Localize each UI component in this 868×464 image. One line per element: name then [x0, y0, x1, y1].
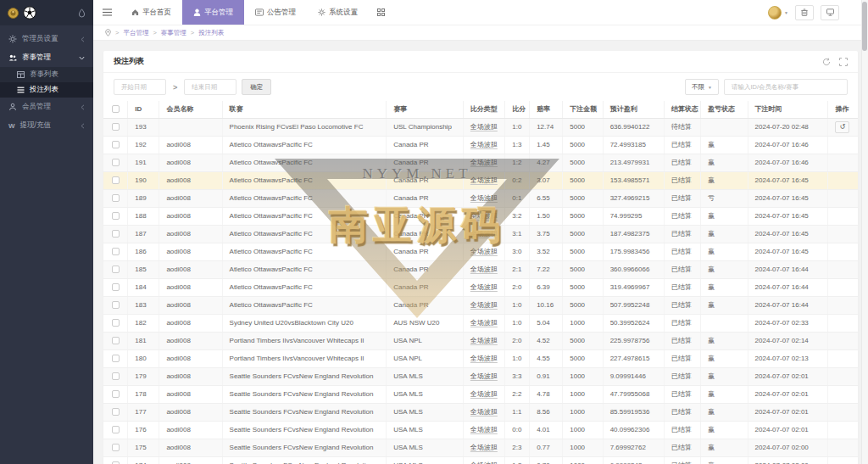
- table-row[interactable]: 185aodi008Atletico OttawavsPacific FCCan…: [103, 260, 858, 278]
- sidebar-item-match-list[interactable]: 赛事列表: [0, 67, 93, 82]
- breadcrumb-item[interactable]: 平台管理: [123, 29, 148, 37]
- select-all-checkbox[interactable]: [112, 105, 120, 113]
- row-checkbox[interactable]: [112, 408, 120, 416]
- cell-id: 188: [128, 207, 159, 225]
- table-row[interactable]: 176aodi008Seattle Sounders FCvsNew Engla…: [103, 421, 858, 439]
- score-type-link: 全场波胆: [470, 123, 498, 131]
- cell-member: aodi008: [159, 207, 222, 225]
- row-checkbox[interactable]: [112, 141, 120, 148]
- chevron-down-icon: ▼: [784, 10, 788, 15]
- row-checkbox[interactable]: [112, 230, 120, 238]
- row-checkbox[interactable]: [112, 390, 120, 398]
- row-checkbox[interactable]: [112, 266, 120, 273]
- row-checkbox[interactable]: [112, 212, 120, 220]
- breadcrumb-separator: >: [115, 29, 119, 36]
- row-checkbox[interactable]: [112, 372, 120, 380]
- cell-score-type: 全场波胆: [463, 421, 504, 439]
- table-row[interactable]: 188aodi008Atletico OttawavsPacific FCCan…: [103, 207, 858, 225]
- row-checkbox[interactable]: [112, 319, 120, 327]
- row-checkbox[interactable]: [112, 426, 120, 433]
- tab-platform-management[interactable]: 平台管理: [182, 0, 244, 25]
- table-row[interactable]: 179aodi008Seattle Sounders FCvsNew Engla…: [103, 367, 858, 385]
- sidebar-item-bet-list[interactable]: 投注列表: [0, 82, 93, 98]
- sidebar-item-label: 管理员设置: [22, 34, 58, 44]
- sidebar-item-label: 投注列表: [30, 85, 58, 95]
- droplet-icon[interactable]: [78, 8, 86, 18]
- start-date-input[interactable]: [114, 79, 166, 95]
- resettle-button[interactable]: ↺: [835, 121, 849, 133]
- cell-league: Atletico OttawavsPacific FC: [222, 136, 387, 154]
- refresh-icon[interactable]: [822, 54, 831, 70]
- table-row[interactable]: 174aodi008Seattle Sounders FCvsNew Engla…: [103, 456, 858, 464]
- row-checkbox[interactable]: [112, 301, 120, 309]
- table-row[interactable]: 190aodi008Atletico OttawavsPacific FCCan…: [103, 171, 858, 189]
- scrollbar-track[interactable]: [861, 0, 868, 464]
- fullscreen-icon[interactable]: [839, 54, 848, 70]
- cell-league: Atletico OttawavsPacific FC: [222, 225, 387, 243]
- row-checkbox[interactable]: [112, 194, 120, 202]
- scrollbar-thumb[interactable]: [862, 2, 867, 51]
- sidebar-item-admin-settings[interactable]: 管理员设置: [0, 30, 93, 48]
- sidebar-item-withdraw-recharge[interactable]: W 提现/充值: [0, 116, 93, 135]
- cell-league: Atletico OttawavsPacific FC: [222, 171, 387, 189]
- breadcrumb-item[interactable]: 投注列表: [198, 29, 224, 37]
- tab-label: 公告管理: [267, 8, 296, 18]
- cell-score-type: 全场波胆: [463, 260, 504, 278]
- cell-score: 0:1: [505, 189, 530, 207]
- row-checkbox[interactable]: [112, 159, 120, 166]
- table-row[interactable]: 175aodi008Seattle Sounders FCvsNew Engla…: [103, 439, 858, 456]
- row-checkbox[interactable]: [112, 355, 120, 362]
- home-icon: [131, 8, 139, 16]
- row-checkbox[interactable]: [112, 283, 120, 291]
- table-row[interactable]: 180aodi008Portland Timbers IIvsVancouver…: [103, 349, 858, 367]
- hamburger-menu-icon[interactable]: [93, 0, 120, 25]
- row-checkbox[interactable]: [112, 444, 120, 451]
- tab-system-settings[interactable]: 系统设置: [307, 0, 369, 25]
- tab-platform-home[interactable]: 平台首页: [120, 0, 182, 25]
- cell-settle-status: 已结算: [664, 154, 700, 171]
- table-row[interactable]: 191aodi008Atletico OttawavsPacific FCCan…: [103, 154, 858, 171]
- cell-id: 186: [128, 243, 159, 260]
- row-checkbox[interactable]: [112, 337, 120, 344]
- cell-score-type: 全场波胆: [463, 296, 504, 314]
- cell-league: Atletico OttawavsPacific FC: [222, 154, 387, 171]
- cell-odds: 5.04: [530, 314, 563, 332]
- confirm-button[interactable]: 确定: [242, 79, 271, 95]
- card-header: 投注列表: [103, 51, 858, 73]
- table-row[interactable]: 177aodi008Seattle Sounders FCvsNew Engla…: [103, 403, 858, 421]
- table-row[interactable]: 192aodi008Atletico OttawavsPacific FCCan…: [103, 136, 858, 154]
- cell-score: 0:0: [505, 421, 530, 439]
- sidebar-item-member-management[interactable]: 会员管理: [0, 98, 93, 116]
- cell-amount: 1000: [563, 314, 603, 332]
- cell-settle-status: 已结算: [664, 243, 700, 260]
- user-menu[interactable]: ▼: [768, 6, 788, 20]
- display-mode-button[interactable]: [821, 5, 839, 20]
- table-row[interactable]: 181aodi008Portland Timbers IIvsVancouver…: [103, 332, 858, 349]
- cell-amount: 5000: [563, 136, 603, 154]
- row-checkbox[interactable]: [112, 123, 120, 131]
- cell-checkbox: [103, 189, 128, 207]
- table-row[interactable]: 193Phoenix Rising FCvsEl Paso Locomotive…: [103, 118, 858, 136]
- cell-bet-time: 2024-07-07 16:45: [748, 243, 828, 260]
- chevron-down-icon: [79, 56, 85, 60]
- cell-actions: [828, 349, 858, 367]
- table-row[interactable]: 178aodi008Seattle Sounders FCvsNew Engla…: [103, 385, 858, 403]
- row-checkbox[interactable]: [112, 176, 120, 184]
- table-row[interactable]: 186aodi008Atletico OttawavsPacific FCCan…: [103, 243, 858, 260]
- row-checkbox[interactable]: [112, 248, 120, 255]
- cell-profit: 9.09991446: [603, 367, 664, 385]
- cell-id: 184: [128, 278, 159, 296]
- sidebar-item-match-management[interactable]: 赛事管理: [0, 48, 93, 67]
- table-row[interactable]: 187aodi008Atletico OttawavsPacific FCCan…: [103, 225, 858, 243]
- table-row[interactable]: 184aodi008Atletico OttawavsPacific FCCan…: [103, 278, 858, 296]
- table-row[interactable]: 182aodi008Sydney United U20vsBlacktown C…: [103, 314, 858, 332]
- clear-cache-button[interactable]: [795, 5, 814, 20]
- limit-dropdown[interactable]: 不限 ▼: [685, 79, 719, 95]
- search-input[interactable]: [724, 79, 848, 95]
- table-row[interactable]: 183aodi008Atletico OttawavsPacific FCCan…: [103, 296, 858, 314]
- apps-grid-icon[interactable]: [369, 0, 393, 25]
- tab-notice-management[interactable]: 公告管理: [244, 0, 307, 25]
- breadcrumb-item[interactable]: 赛事管理: [161, 29, 186, 37]
- end-date-input[interactable]: [184, 79, 236, 95]
- table-row[interactable]: 189aodi008Atletico OttawavsPacific FCCan…: [103, 189, 858, 207]
